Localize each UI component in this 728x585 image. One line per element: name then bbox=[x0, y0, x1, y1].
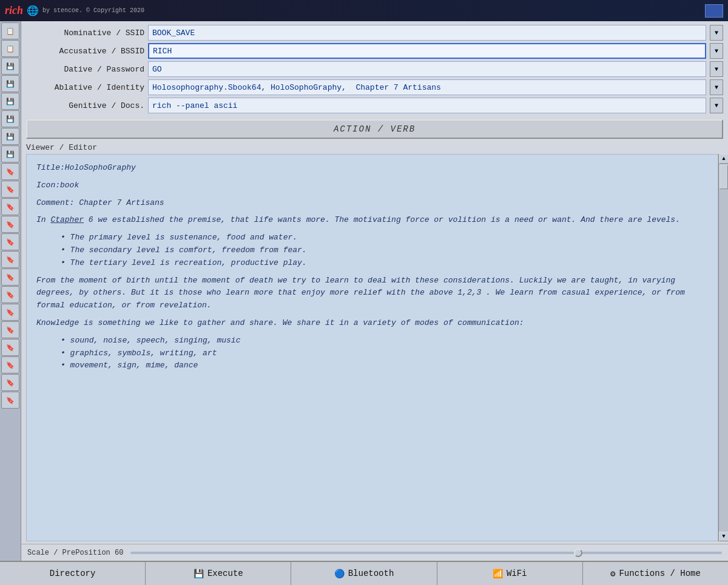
sidebar-btn-3[interactable]: 💾 bbox=[1, 58, 19, 75]
action-verb-label: ACTION / VERB bbox=[334, 124, 416, 134]
wifi-icon: 📶 bbox=[493, 569, 503, 579]
accusative-dropdown[interactable]: ▼ bbox=[710, 43, 723, 59]
form-area: Nominative / SSID ▼ Accusative / BSSID ▼… bbox=[21, 21, 728, 117]
functions-home-label: Functions / Home bbox=[619, 569, 700, 578]
scale-thumb[interactable] bbox=[574, 549, 582, 557]
accusative-label: Accusative / BSSID bbox=[26, 47, 144, 56]
viewer-scrollbar[interactable]: ▲ ▼ bbox=[718, 154, 728, 541]
sidebar-btn-22[interactable]: 🔖 bbox=[1, 392, 19, 409]
comment-line: Comment: Chapter 7 Artisans bbox=[36, 197, 708, 210]
header-decoration bbox=[705, 4, 723, 18]
viewer-wrapper: Title:HoloSophoGraphy Icon:book Comment:… bbox=[21, 154, 728, 541]
bluetooth-button[interactable]: 🔵 Bluetooth bbox=[291, 562, 437, 585]
viewer-editor[interactable]: Title:HoloSophoGraphy Icon:book Comment:… bbox=[26, 154, 718, 541]
bullet-item-6: movement, sign, mime, dance bbox=[61, 359, 708, 372]
sidebar-btn-4[interactable]: 💾 bbox=[1, 75, 19, 92]
sidebar-btn-1[interactable]: 📋 bbox=[1, 22, 19, 39]
scroll-down-arrow[interactable]: ▼ bbox=[719, 532, 728, 541]
sidebar-btn-21[interactable]: 🔖 bbox=[1, 374, 19, 391]
functions-home-button[interactable]: ⚙ Functions / Home bbox=[583, 562, 728, 585]
header-bar: rich 🌐 by stencoe. © Copyright 2020 bbox=[0, 0, 728, 21]
bullet-item-3: The tertiary level is recreation, produc… bbox=[61, 257, 708, 270]
bullet-list-2: sound, noise, speech, singing, music gra… bbox=[36, 335, 708, 372]
genitive-row: Genitive / Docs. ▼ bbox=[26, 98, 723, 113]
scale-label: Scale / PrePosition 60 bbox=[27, 549, 123, 557]
sidebar-btn-15[interactable]: 🔖 bbox=[1, 269, 19, 286]
scrollbar-thumb[interactable] bbox=[720, 165, 728, 189]
bullet-item-2: The secondary level is comfort, freedom … bbox=[61, 244, 708, 257]
wifi-button[interactable]: 📶 WiFi bbox=[437, 562, 583, 585]
sidebar-btn-10[interactable]: 🔖 bbox=[1, 181, 19, 198]
sidebar-btn-17[interactable]: 🔖 bbox=[1, 304, 19, 321]
title-line: Title:HoloSophoGraphy bbox=[36, 162, 708, 175]
dative-dropdown[interactable]: ▼ bbox=[710, 61, 723, 77]
sidebar-btn-13[interactable]: 🔖 bbox=[1, 233, 19, 250]
sidebar-btn-11[interactable]: 🔖 bbox=[1, 198, 19, 215]
bullet-item-5: graphics, symbols, writing, art bbox=[61, 347, 708, 360]
icon-line: Icon:book bbox=[36, 179, 708, 192]
scrollbar-track[interactable] bbox=[719, 164, 728, 532]
sidebar-btn-8[interactable]: 💾 bbox=[1, 145, 19, 162]
genitive-dropdown[interactable]: ▼ bbox=[710, 98, 723, 113]
ablative-label: Ablative / Identity bbox=[26, 83, 144, 92]
sidebar-btn-14[interactable]: 🔖 bbox=[1, 251, 19, 268]
bluetooth-icon: 🔵 bbox=[334, 569, 345, 579]
execute-label: Execute bbox=[207, 569, 243, 578]
app-logo: rich bbox=[5, 4, 23, 17]
accusative-input[interactable] bbox=[148, 43, 706, 59]
copyright-text: by stencoe. © Copyright 2020 bbox=[42, 7, 701, 14]
scale-bar: Scale / PrePosition 60 bbox=[21, 544, 728, 561]
para3: Knowledge is something we like to gather… bbox=[36, 317, 708, 330]
sidebar-btn-7[interactable]: 💾 bbox=[1, 128, 19, 145]
wifi-label: WiFi bbox=[507, 569, 527, 578]
bullet-item-4: sound, noise, speech, singing, music bbox=[61, 335, 708, 347]
bullet-list-1: The primary level is sustenance, food an… bbox=[36, 232, 708, 269]
genitive-label: Genitive / Docs. bbox=[26, 101, 144, 110]
globe-icon: 🌐 bbox=[27, 5, 39, 17]
execute-icon: 💾 bbox=[194, 569, 204, 579]
scale-slider[interactable] bbox=[130, 552, 722, 554]
sidebar-btn-12[interactable]: 🔖 bbox=[1, 216, 19, 233]
main-area: 📋 📋 💾 💾 💾 💾 💾 💾 🔖 🔖 🔖 🔖 🔖 🔖 🔖 🔖 🔖 🔖 🔖 🔖 … bbox=[0, 21, 728, 561]
viewer-editor-label: Viewer / Editor bbox=[21, 141, 728, 154]
ablative-input[interactable] bbox=[148, 79, 706, 95]
ablative-row: Ablative / Identity ▼ bbox=[26, 79, 723, 95]
dative-input[interactable] bbox=[148, 61, 706, 77]
execute-button[interactable]: 💾 Execute bbox=[146, 562, 291, 585]
directory-button[interactable]: Directory bbox=[0, 562, 146, 585]
dative-label: Dative / Password bbox=[26, 65, 144, 74]
bullet-item-1: The primary level is sustenance, food an… bbox=[61, 232, 708, 244]
ablative-dropdown[interactable]: ▼ bbox=[710, 79, 723, 95]
bottom-toolbar: Directory 💾 Execute 🔵 Bluetooth 📶 WiFi ⚙… bbox=[0, 561, 728, 585]
nominative-dropdown[interactable]: ▼ bbox=[710, 25, 723, 41]
sidebar-btn-9[interactable]: 🔖 bbox=[1, 163, 19, 180]
bluetooth-label: Bluetooth bbox=[348, 569, 394, 578]
sidebar-btn-16[interactable]: 🔖 bbox=[1, 286, 19, 303]
content-area: Nominative / SSID ▼ Accusative / BSSID ▼… bbox=[21, 21, 728, 561]
scroll-up-arrow[interactable]: ▲ bbox=[719, 154, 728, 164]
nominative-input[interactable] bbox=[148, 25, 706, 41]
sidebar-btn-19[interactable]: 🔖 bbox=[1, 339, 19, 356]
sidebar-btn-5[interactable]: 💾 bbox=[1, 93, 19, 110]
para1: In Ctapher 6 we established the premise,… bbox=[36, 214, 708, 227]
sidebar-btn-20[interactable]: 🔖 bbox=[1, 356, 19, 373]
sidebar-btn-6[interactable]: 💾 bbox=[1, 110, 19, 127]
nominative-row: Nominative / SSID ▼ bbox=[26, 25, 723, 41]
sidebar-btn-18[interactable]: 🔖 bbox=[1, 321, 19, 338]
action-verb-button[interactable]: ACTION / VERB bbox=[26, 119, 723, 139]
genitive-input[interactable] bbox=[148, 98, 706, 113]
left-sidebar: 📋 📋 💾 💾 💾 💾 💾 💾 🔖 🔖 🔖 🔖 🔖 🔖 🔖 🔖 🔖 🔖 🔖 🔖 … bbox=[0, 21, 21, 561]
directory-label: Directory bbox=[50, 569, 96, 578]
dative-row: Dative / Password ▼ bbox=[26, 61, 723, 77]
viewer-content: Title:HoloSophoGraphy Icon:book Comment:… bbox=[36, 162, 708, 372]
accusative-row: Accusative / BSSID ▼ bbox=[26, 43, 723, 59]
sidebar-btn-2[interactable]: 📋 bbox=[1, 40, 19, 57]
para2: From the moment of birth until the momen… bbox=[36, 275, 708, 312]
nominative-label: Nominative / SSID bbox=[26, 28, 144, 38]
functions-icon: ⚙ bbox=[610, 569, 615, 579]
ctapher-link: Ctapher bbox=[50, 215, 84, 224]
